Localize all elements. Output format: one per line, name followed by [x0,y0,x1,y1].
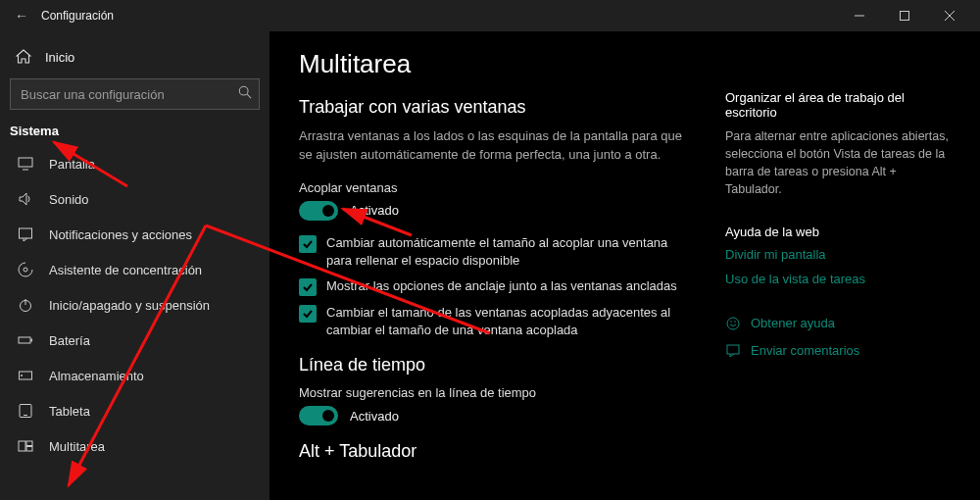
sidebar-item-label: Almacenamiento [49,369,144,383]
svg-rect-12 [19,337,30,343]
checkbox-show-anchor[interactable] [299,278,317,296]
back-button[interactable]: ← [8,8,35,24]
section-heading-alttab: Alt + Tabulador [299,441,686,462]
svg-rect-24 [727,345,739,354]
snap-description: Arrastra ventanas a los lados o las esqu… [299,127,686,165]
svg-point-9 [24,268,27,272]
sidebar-item-tableta[interactable]: Tableta [0,393,270,428]
svg-rect-20 [26,447,32,452]
snap-toggle-state: Activado [350,203,399,218]
timeline-toggle-state: Activado [350,409,399,424]
home-icon [16,49,31,65]
sidebar-item-pantalla[interactable]: Pantalla [0,146,270,181]
side-heading-organize: Organizar el área de trabajo del escrito… [725,90,951,120]
svg-point-15 [21,375,23,376]
sidebar-item-multitarea[interactable]: Multitarea [0,428,270,464]
snap-toggle[interactable] [299,201,338,221]
search-container [10,78,260,110]
section-heading-snap: Trabajar con varias ventanas [299,97,686,118]
sidebar-item-almacenamiento[interactable]: Almacenamiento [0,358,270,393]
checkbox-label: Cambiar el tamaño de las ventanas acopla… [326,304,686,339]
sidebar-item-label: Asistente de concentración [49,263,202,277]
search-icon [238,85,252,103]
svg-point-22 [730,321,732,323]
title-bar: ← Configuración [0,0,980,31]
maximize-button[interactable] [882,0,927,31]
sidebar-item-label: Pantalla [49,157,95,172]
svg-rect-6 [19,158,32,167]
svg-point-4 [239,86,248,95]
checkbox-resize-adjacent[interactable] [299,305,317,323]
checkbox-label: Mostrar las opciones de anclaje junto a … [326,277,677,295]
sidebar-item-label: Batería [49,333,90,348]
svg-line-5 [247,94,251,98]
sidebar-item-sonido[interactable]: Sonido [0,181,270,217]
help-icon [725,316,741,331]
timeline-label: Mostrar sugerencias en la línea de tiemp… [299,385,686,400]
page-title: Multitarea [299,49,686,79]
link-label: Enviar comentarios [751,343,859,358]
link-split-screen[interactable]: Dividir mi pantalla [725,247,951,262]
display-icon [18,156,33,172]
sidebar-item-notificaciones[interactable]: Notificaciones y acciones [0,217,270,252]
category-heading: Sistema [0,114,270,146]
notifications-icon [18,226,33,242]
snap-toggle-label: Acoplar ventanas [299,180,686,195]
sound-icon [18,191,33,207]
svg-rect-8 [20,228,32,238]
svg-rect-13 [31,339,33,342]
sidebar-item-label: Tableta [49,404,90,419]
side-heading-webhelp: Ayuda de la web [725,225,951,239]
minimize-button[interactable] [837,0,882,31]
nav-list: Pantalla Sonido Notificaciones y accione… [0,146,270,464]
sidebar-item-label: Multitarea [49,439,105,454]
sidebar-item-label: Sonido [49,192,88,207]
sidebar-item-bateria[interactable]: Batería [0,323,270,358]
svg-point-23 [734,321,736,323]
timeline-toggle[interactable] [299,406,338,425]
storage-icon [18,368,33,383]
close-button[interactable] [927,0,972,31]
svg-rect-1 [901,12,909,21]
link-task-view[interactable]: Uso de la vista de tareas [725,272,951,286]
link-get-help[interactable]: Obtener ayuda [725,316,951,331]
sidebar: Inicio Sistema Pantalla Sonido Notificac… [0,31,270,500]
link-feedback[interactable]: Enviar comentarios [725,343,951,359]
side-organize-desc: Para alternar entre aplicaciones abierta… [725,127,951,199]
sidebar-item-asistente[interactable]: Asistente de concentración [0,252,270,287]
svg-rect-18 [19,441,25,451]
svg-rect-19 [26,441,32,446]
checkbox-auto-resize[interactable] [299,235,317,253]
home-label: Inicio [45,50,74,65]
home-button[interactable]: Inicio [0,41,270,73]
sidebar-item-inicio-apagado[interactable]: Inicio/apagado y suspensión [0,287,270,323]
link-label: Obtener ayuda [751,316,835,330]
battery-icon [18,332,33,348]
main-pane: Multitarea Trabajar con varias ventanas … [270,31,980,500]
sidebar-item-label: Inicio/apagado y suspensión [49,298,210,313]
window-title: Configuración [41,9,114,23]
focus-icon [18,262,33,277]
tablet-icon [18,403,33,419]
power-icon [18,297,33,313]
section-heading-timeline: Línea de tiempo [299,355,686,375]
checkbox-label: Cambiar automáticamente el tamaño al aco… [326,234,686,270]
multitask-icon [18,438,33,454]
svg-point-21 [727,318,739,329]
feedback-icon [725,343,741,359]
search-input[interactable] [10,78,260,110]
sidebar-item-label: Notificaciones y acciones [49,227,192,242]
